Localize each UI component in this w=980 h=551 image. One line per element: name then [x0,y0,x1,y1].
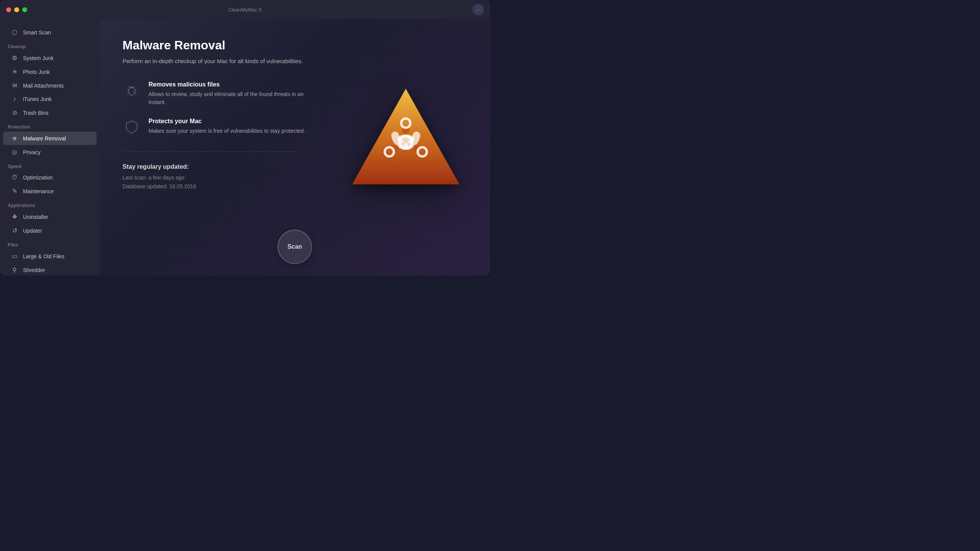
page-subtitle: Perform an in-depth checkup of your Mac … [122,57,314,66]
feature-text-malicious: Removes malicious files Allows to review… [149,81,314,106]
sidebar-item-uninstaller[interactable]: ❖ Uninstaller [3,210,96,223]
feature-title-malicious: Removes malicious files [149,81,314,88]
page-title: Malware Removal [122,38,314,52]
main-content: ⬡ Smart Scan Cleanup ⚙ System Junk ✳ Pho… [0,19,490,276]
maintenance-label: Maintenance [23,188,54,194]
sidebar-item-optimization[interactable]: ⏱ Optimization [3,171,96,184]
uninstaller-label: Uninstaller [23,214,48,220]
update-section: Stay regulary updated: Last scan: a few … [122,163,314,192]
shredder-label: Shredder [23,267,45,273]
title-bar: CleanMyMac X ··· [0,0,490,19]
itunes-junk-label: iTunes Junk [23,96,52,102]
maintenance-icon: ✎ [11,187,18,195]
sidebar-item-trash-bins[interactable]: ⊘ Trash Bins [3,106,96,119]
svg-point-8 [130,87,131,88]
illustration [345,79,467,203]
mail-attachments-icon: ✉ [11,82,18,89]
optimization-icon: ⏱ [11,174,18,181]
uninstaller-icon: ❖ [11,213,18,220]
scan-button[interactable]: Scan [278,230,312,264]
smart-scan-icon: ⬡ [11,29,18,36]
shredder-icon: ⚲ [11,266,18,274]
svg-line-5 [135,90,136,90]
settings-button[interactable]: ··· [472,4,484,15]
svg-line-4 [127,90,129,90]
svg-line-6 [127,93,129,93]
svg-point-9 [132,87,134,88]
trash-bins-label: Trash Bins [23,110,48,116]
sidebar-item-smart-scan[interactable]: ⬡ Smart Scan [3,26,96,39]
bug-icon [122,81,141,99]
window-title: CleanMyMac X [228,7,262,13]
privacy-label: Privacy [23,149,41,155]
app-window: CleanMyMac X ··· ⬡ Smart Scan Cleanup ⚙ … [0,0,490,276]
update-title: Stay regulary updated: [122,163,314,170]
sidebar-item-system-junk[interactable]: ⚙ System Junk [3,51,96,65]
feature-title-protect: Protects your Mac [149,118,305,125]
malware-removal-icon: ☣ [11,135,18,142]
content-area: Malware Removal Perform an in-depth chec… [122,38,314,191]
main-panel: Malware Removal Perform an in-depth chec… [100,19,490,276]
sidebar-section-speed: Speed [0,159,100,171]
large-old-files-label: Large & Old Files [23,253,64,259]
maximize-button[interactable] [22,7,27,12]
smart-scan-label: Smart Scan [23,29,51,36]
last-scan-info: Last scan: a few days ago Database updat… [122,173,314,192]
trash-bins-icon: ⊘ [11,109,18,116]
sidebar-item-maintenance[interactable]: ✎ Maintenance [3,184,96,198]
optimization-label: Optimization [23,174,53,181]
malware-removal-label: Malware Removal [23,135,66,142]
mail-attachments-label: Mail Attachments [23,83,64,89]
sidebar-item-privacy[interactable]: ◎ Privacy [3,145,96,159]
sidebar-section-files: Files [0,238,100,249]
last-scan-text: Last scan: a few days ago [122,173,314,183]
large-old-files-icon: ▭ [11,253,18,260]
updater-label: Updater [23,228,42,234]
sidebar-section-cleanup: Cleanup [0,39,100,51]
feature-text-protect: Protects your Mac Makes sure your system… [149,118,305,135]
system-junk-label: System Junk [23,55,54,61]
sidebar-item-large-old-files[interactable]: ▭ Large & Old Files [3,249,96,263]
sidebar-item-itunes-junk[interactable]: ♪ iTunes Junk [3,93,96,106]
database-updated-text: Database updated: 16.05.2018 [122,182,314,191]
sidebar: ⬡ Smart Scan Cleanup ⚙ System Junk ✳ Pho… [0,19,100,276]
scan-button-container: Scan [278,230,312,264]
minimize-button[interactable] [14,7,19,12]
close-button[interactable] [6,7,11,12]
feature-list: Removes malicious files Allows to review… [122,81,314,136]
sidebar-item-updater[interactable]: ↺ Updater [3,224,96,237]
feature-desc-protect: Makes sure your system is free of vulner… [149,127,305,135]
feature-desc-malicious: Allows to review, study and eliminate al… [149,90,314,106]
sidebar-item-mail-attachments[interactable]: ✉ Mail Attachments [3,79,96,92]
sidebar-item-malware-removal[interactable]: ☣ Malware Removal [3,132,96,145]
content-divider [122,152,299,152]
feature-item-protect: Protects your Mac Makes sure your system… [122,118,314,136]
privacy-icon: ◎ [11,148,18,156]
photo-junk-label: Photo Junk [23,69,50,75]
sidebar-item-shredder[interactable]: ⚲ Shredder [3,263,96,276]
shield-icon [122,118,141,136]
photo-junk-icon: ✳ [11,68,18,75]
feature-item-malicious: Removes malicious files Allows to review… [122,81,314,106]
system-junk-icon: ⚙ [11,54,18,62]
sidebar-section-applications: Applications [0,198,100,210]
traffic-lights [6,7,27,12]
settings-icon: ··· [476,7,480,13]
svg-line-7 [135,93,136,93]
sidebar-section-protection: Protection [0,120,100,131]
itunes-junk-icon: ♪ [11,96,18,103]
updater-icon: ↺ [11,227,18,234]
sidebar-item-photo-junk[interactable]: ✳ Photo Junk [3,65,96,78]
